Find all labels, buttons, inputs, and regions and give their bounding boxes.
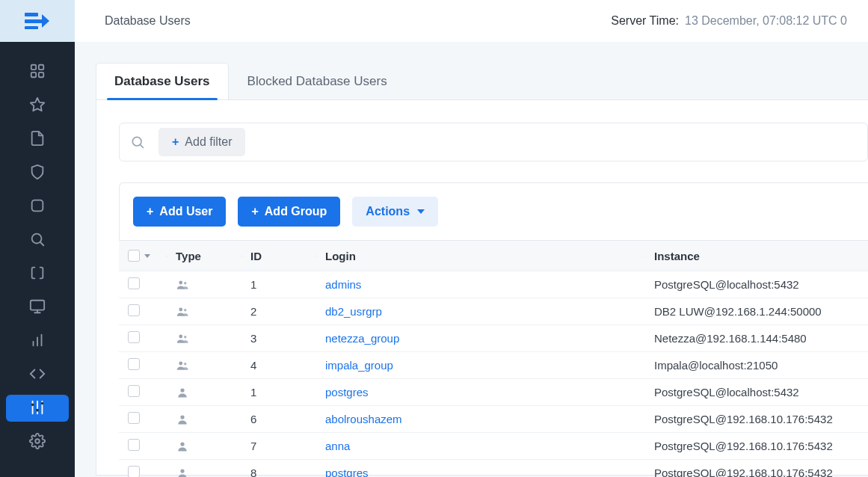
svg-rect-3 [31,64,36,69]
sidebar-item-sliders[interactable] [6,395,69,422]
search-icon[interactable] [124,129,151,156]
table-row: 8postgresPostgreSQL@192.168.10.176:5432 [119,459,868,477]
tab-label: Blocked Database Users [247,74,387,88]
row-instance: PostgreSQL@192.168.10.176:5432 [645,467,868,477]
sidebar-item-brackets[interactable] [6,260,69,287]
tab-database-users[interactable]: Database Users [96,63,229,99]
column-type[interactable]: Type [167,250,241,262]
add-filter-label: Add filter [185,135,232,149]
monitor-icon [29,298,46,317]
table-row: 6abolroushazemPostgreSQL@192.168.10.176:… [119,405,868,432]
svg-point-26 [179,280,182,284]
row-id: 3 [241,332,316,345]
svg-rect-1 [25,19,44,23]
sidebar-item-code[interactable] [6,361,69,388]
sidebar-item-gear[interactable] [6,428,69,455]
row-login-link[interactable]: postgres [316,467,645,477]
svg-rect-5 [31,72,36,76]
row-instance: PostgreSQL@localhost:5432 [645,386,868,398]
row-instance: DB2 LUW@192.168.1.244:50000 [645,305,868,318]
row-checkbox[interactable] [128,466,140,477]
svg-point-33 [184,363,186,365]
row-login-link[interactable]: admins [316,278,645,291]
table-row: 2db2_usrgrpDB2 LUW@192.168.1.244:50000 [119,298,868,324]
row-checkbox[interactable] [128,385,140,397]
row-checkbox[interactable] [128,331,140,343]
user-icon [167,386,241,399]
svg-point-29 [184,309,186,311]
table-row: 7annaPostgreSQL@192.168.10.176:5432 [119,432,868,459]
box-icon [29,197,46,216]
svg-point-20 [36,408,39,411]
row-id: 1 [241,278,316,291]
svg-rect-4 [39,64,43,69]
user-icon [167,467,241,478]
app-logo[interactable] [0,0,75,42]
row-id: 6 [241,413,316,425]
sidebar-item-monitor[interactable] [6,294,69,321]
svg-rect-2 [25,26,38,29]
bar-chart-icon [29,332,46,351]
table-row: 1adminsPostgreSQL@localhost:5432 [119,271,868,298]
row-id: 8 [241,467,316,477]
column-login[interactable]: Login [316,250,645,262]
plus-icon: + [172,135,179,149]
server-time-label: Server Time: [611,14,679,28]
column-id[interactable]: ID [241,250,316,262]
svg-point-34 [180,388,184,392]
row-checkbox[interactable] [128,304,140,316]
group-icon [167,332,241,345]
sidebar-item-box[interactable] [6,193,69,220]
plus-icon: + [147,205,153,218]
svg-point-9 [32,233,42,243]
row-checkbox[interactable] [128,358,140,370]
group-icon [167,305,241,318]
row-id: 2 [241,305,316,318]
svg-point-28 [179,307,182,311]
star-icon [29,96,46,115]
row-login-link[interactable]: netezza_group [316,332,645,345]
sliders-icon [29,399,46,418]
row-login-link[interactable]: db2_usrgrp [316,305,645,318]
row-login-link[interactable]: abolroushazem [316,413,645,425]
shield-icon [29,164,46,182]
select-all-checkbox[interactable] [128,250,140,262]
row-login-link[interactable]: anna [316,440,645,452]
sidebar-item-bar-chart[interactable] [6,327,69,354]
add-group-button[interactable]: + Add Group [238,197,340,227]
row-instance: PostgreSQL@192.168.10.176:5432 [645,413,868,425]
row-checkbox[interactable] [128,277,140,289]
row-instance: PostgreSQL@localhost:5432 [645,278,868,291]
row-instance: PostgreSQL@192.168.10.176:5432 [645,440,868,452]
column-instance[interactable]: Instance [645,250,868,262]
sidebar [0,0,75,477]
row-checkbox[interactable] [128,439,140,451]
sidebar-item-document[interactable] [6,126,69,153]
code-icon [29,366,46,384]
sidebar-item-shield[interactable] [6,159,69,186]
add-user-button[interactable]: + Add User [133,197,226,227]
search-icon [29,231,46,250]
actions-dropdown-button[interactable]: Actions [352,197,438,227]
row-login-link[interactable]: impala_group [316,359,645,372]
svg-marker-7 [31,97,44,110]
filter-bar: + Add filter [119,123,868,161]
table-row: 1postgresPostgreSQL@localhost:5432 [119,378,868,405]
row-instance: Netezza@192.168.1.144:5480 [645,332,868,345]
row-id: 4 [241,359,316,372]
tab-blocked-database-users[interactable]: Blocked Database Users [229,63,406,99]
sidebar-item-dashboard[interactable] [6,58,69,85]
chevron-down-icon [417,209,425,214]
row-id: 1 [241,386,316,398]
dashboard-icon [29,63,46,81]
sidebar-item-star[interactable] [6,92,69,119]
row-instance: Impala@localhost:21050 [645,359,868,372]
tab-label: Database Users [114,74,210,88]
add-user-label: Add User [159,205,212,218]
chevron-down-icon[interactable] [144,254,150,258]
row-checkbox[interactable] [128,412,140,424]
add-filter-button[interactable]: + Add filter [158,128,245,156]
row-login-link[interactable]: postgres [316,386,645,398]
svg-rect-6 [39,72,43,76]
sidebar-item-search[interactable] [6,227,69,253]
